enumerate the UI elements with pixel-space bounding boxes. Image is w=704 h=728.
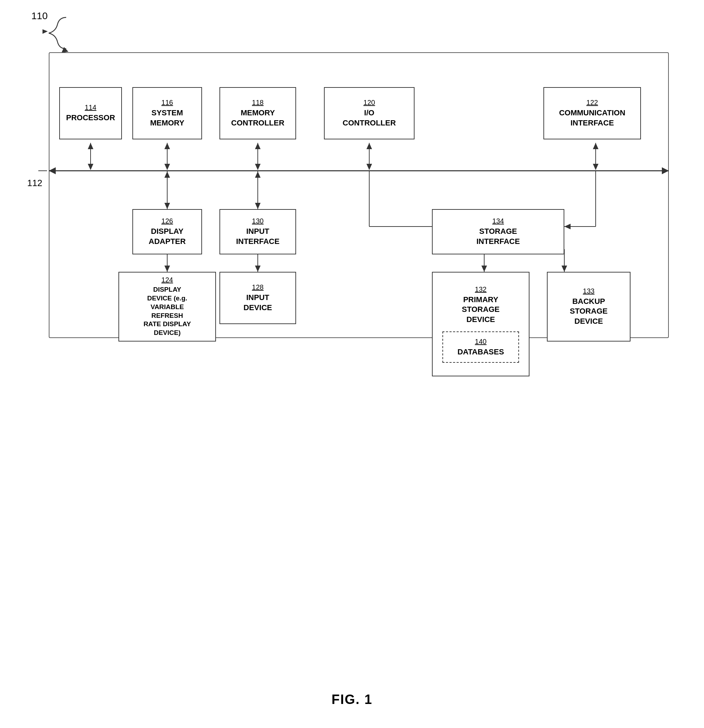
box-133-backup-storage: 133 BACKUPSTORAGEDEVICE [547,272,630,341]
box-140-databases: 140 DATABASES [442,331,519,363]
num-122: 122 [586,99,598,107]
label-130: INPUTINTERFACE [236,227,280,246]
box-126-display-adapter: 126 DISPLAYADAPTER [132,209,202,254]
diagram-container: 110 112 [21,42,683,355]
box-118-memory-controller: 118 MEMORYCONTROLLER [219,87,296,139]
num-128: 128 [252,283,263,291]
num-116: 116 [161,99,173,107]
num-114: 114 [85,104,96,111]
num-126: 126 [161,217,173,225]
svg-marker-1 [42,29,48,34]
box-114-processor: 114 PROCESSOR [59,87,122,139]
num-118: 118 [252,99,263,107]
box-116-system-memory: 116 SYSTEMMEMORY [132,87,202,139]
num-124: 124 [161,276,173,284]
ref-112: 112 [27,178,42,189]
num-130: 130 [252,217,263,225]
label-116: SYSTEMMEMORY [150,108,184,128]
box-132-primary-storage: 132 PRIMARYSTORAGEDEVICE 140 DATABASES [432,272,529,376]
label-122: COMMUNICATIONINTERFACE [559,108,625,128]
label-124: DISPLAYDEVICE (e.g.VARIABLEREFRESHRATE D… [144,285,191,337]
box-128-input-device: 128 INPUTDEVICE [219,272,296,324]
box-120-io-controller: 120 I/OCONTROLLER [324,87,414,139]
num-133: 133 [583,287,594,295]
label-126: DISPLAYADAPTER [149,227,186,246]
num-134: 134 [492,217,504,225]
label-118: MEMORYCONTROLLER [231,108,284,128]
label-134: STORAGEINTERFACE [476,227,520,246]
box-124-display-device: 124 DISPLAYDEVICE (e.g.VARIABLEREFRESHRA… [118,272,216,341]
figure-label: FIG. 1 [332,692,373,707]
label-120: I/OCONTROLLER [343,108,396,128]
box-134-storage-interface: 134 STORAGEINTERFACE [432,209,564,254]
box-122-communication-interface: 122 COMMUNICATIONINTERFACE [544,87,641,139]
box-130-input-interface: 130 INPUTINTERFACE [219,209,296,254]
label-140: DATABASES [457,347,504,357]
num-120: 120 [363,99,375,107]
num-132: 132 [475,285,486,293]
label-133: BACKUPSTORAGEDEVICE [570,296,607,326]
label-128: INPUTDEVICE [244,293,272,313]
bracket-110-icon [38,14,80,56]
label-114: PROCESSOR [66,113,115,123]
label-132: PRIMARYSTORAGEDEVICE [462,295,499,325]
num-140: 140 [475,338,486,346]
